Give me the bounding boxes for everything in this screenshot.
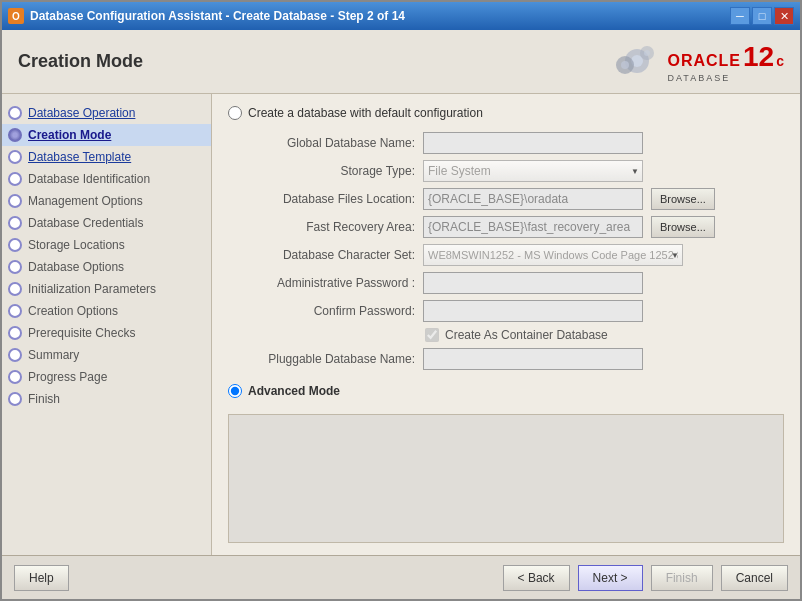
default-config-label: Create a database with default configura… [248,106,483,120]
default-config-radio[interactable] [228,106,242,120]
oracle-superscript: c [776,53,784,69]
sidebar-item-database-template[interactable]: Database Template [2,146,211,168]
oracle-brand: ORACLE 12c DATABASE [667,41,784,83]
sidebar-item-finish: Finish [2,388,211,410]
body-area: Database Operation Creation Mode Databas… [2,94,800,555]
fast-recovery-row: Fast Recovery Area: Browse... [250,216,784,238]
header-panel: Creation Mode ORACLE [2,30,800,94]
global-db-name-label: Global Database Name: [250,136,415,150]
svg-point-5 [644,50,650,56]
sidebar-dot-database-identification [8,172,22,186]
confirm-password-label: Confirm Password: [250,304,415,318]
confirm-password-input[interactable] [423,300,643,322]
db-charset-select[interactable]: WE8MSWIN1252 - MS Windows Code Page 1252… [423,244,683,266]
sidebar-dot-creation-options [8,304,22,318]
advanced-mode-radio[interactable] [228,384,242,398]
pluggable-db-label: Pluggable Database Name: [250,352,415,366]
sidebar-item-database-credentials: Database Credentials [2,212,211,234]
sidebar-label-storage-locations: Storage Locations [28,238,125,252]
fast-recovery-label: Fast Recovery Area: [250,220,415,234]
next-button[interactable]: Next > [578,565,643,591]
page-title: Creation Mode [18,51,143,72]
back-button[interactable]: < Back [503,565,570,591]
storage-type-select[interactable]: File System [423,160,643,182]
window-controls: ─ □ ✕ [730,7,794,25]
advanced-mode-label: Advanced Mode [248,384,340,398]
oracle-subtitle: DATABASE [667,73,784,83]
sidebar-dot-database-template [8,150,22,164]
sidebar-dot-database-operation [8,106,22,120]
sidebar-dot-initialization-parameters [8,282,22,296]
sidebar-item-initialization-parameters: Initialization Parameters [2,278,211,300]
sidebar-item-database-identification: Database Identification [2,168,211,190]
svg-point-3 [621,61,629,69]
sidebar-dot-database-options [8,260,22,274]
footer-left: Help [14,565,69,591]
sidebar-dot-creation-mode [8,128,22,142]
db-charset-select-wrapper: WE8MSWIN1252 - MS Windows Code Page 1252… [423,244,683,266]
titlebar-left: O Database Configuration Assistant - Cre… [8,8,405,24]
pluggable-db-input[interactable] [423,348,643,370]
gear-decoration-icon [609,43,661,81]
sidebar-item-creation-mode[interactable]: Creation Mode [2,124,211,146]
admin-password-label: Administrative Password : [250,276,415,290]
main-content: Creation Mode ORACLE [2,30,800,599]
storage-type-row: Storage Type: File System ▼ [250,160,784,182]
sidebar-dot-storage-locations [8,238,22,252]
sidebar-label-summary: Summary [28,348,79,362]
app-icon: O [8,8,24,24]
minimize-button[interactable]: ─ [730,7,750,25]
window-title: Database Configuration Assistant - Creat… [30,9,405,23]
sidebar-dot-summary [8,348,22,362]
oracle-name: ORACLE [667,52,741,70]
maximize-button[interactable]: □ [752,7,772,25]
container-db-checkbox[interactable] [425,328,439,342]
sidebar-dot-prerequisite-checks [8,326,22,340]
info-box [228,414,784,543]
sidebar-label-database-options: Database Options [28,260,124,274]
oracle-logo-top: ORACLE 12c DATABASE [609,41,784,83]
storage-type-select-wrapper: File System ▼ [423,160,643,182]
sidebar-label-database-operation[interactable]: Database Operation [28,106,135,120]
advanced-mode-row: Advanced Mode [228,384,784,398]
sidebar-label-creation-mode[interactable]: Creation Mode [28,128,111,142]
admin-password-input[interactable] [423,272,643,294]
container-db-label: Create As Container Database [445,328,608,342]
sidebar-item-prerequisite-checks: Prerequisite Checks [2,322,211,344]
sidebar-dot-management-options [8,194,22,208]
sidebar-label-management-options: Management Options [28,194,143,208]
close-button[interactable]: ✕ [774,7,794,25]
finish-button[interactable]: Finish [651,565,713,591]
global-db-name-input[interactable] [423,132,643,154]
storage-type-label: Storage Type: [250,164,415,178]
db-charset-row: Database Character Set: WE8MSWIN1252 - M… [250,244,784,266]
admin-password-row: Administrative Password : [250,272,784,294]
db-files-location-label: Database Files Location: [250,192,415,206]
container-db-row: Create As Container Database [425,328,784,342]
sidebar-item-progress-page: Progress Page [2,366,211,388]
fast-recovery-input[interactable] [423,216,643,238]
sidebar-label-database-template[interactable]: Database Template [28,150,131,164]
titlebar: O Database Configuration Assistant - Cre… [2,2,800,30]
db-charset-label: Database Character Set: [250,248,415,262]
sidebar-item-management-options: Management Options [2,190,211,212]
sidebar-label-creation-options: Creation Options [28,304,118,318]
fast-recovery-browse-button[interactable]: Browse... [651,216,715,238]
sidebar-label-database-credentials: Database Credentials [28,216,143,230]
footer: Help < Back Next > Finish Cancel [2,555,800,599]
sidebar-item-summary: Summary [2,344,211,366]
content-panel: Create a database with default configura… [212,94,800,555]
oracle-logo: ORACLE 12c DATABASE [609,41,784,83]
help-button[interactable]: Help [14,565,69,591]
db-files-location-input[interactable] [423,188,643,210]
cancel-button[interactable]: Cancel [721,565,788,591]
default-config-form: Global Database Name: Storage Type: File… [250,132,784,370]
sidebar-item-creation-options: Creation Options [2,300,211,322]
db-files-browse-button[interactable]: Browse... [651,188,715,210]
oracle-version: 12 [743,41,774,73]
db-files-location-row: Database Files Location: Browse... [250,188,784,210]
sidebar-item-database-operation[interactable]: Database Operation [2,102,211,124]
sidebar-item-storage-locations: Storage Locations [2,234,211,256]
sidebar: Database Operation Creation Mode Databas… [2,94,212,555]
sidebar-label-prerequisite-checks: Prerequisite Checks [28,326,135,340]
